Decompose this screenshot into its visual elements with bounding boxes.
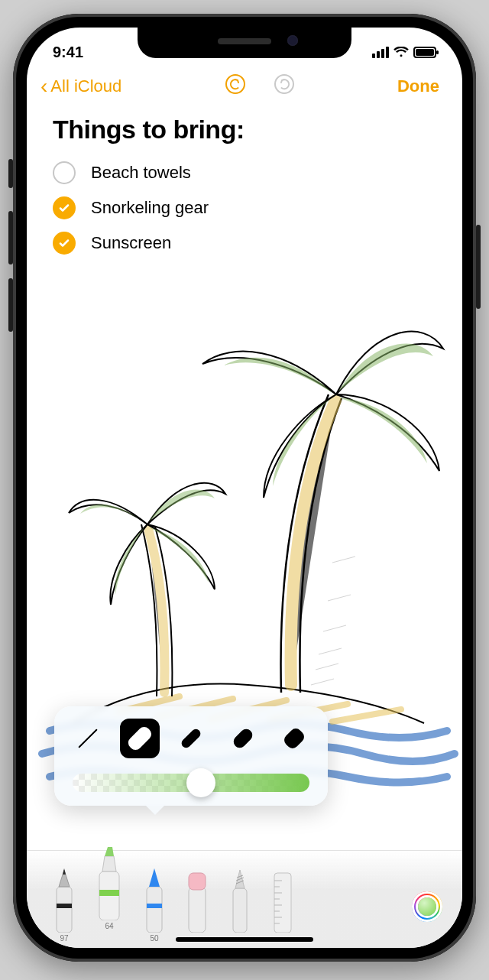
tool-eraser[interactable]: [180, 865, 215, 943]
svg-rect-6: [147, 887, 162, 933]
stroke-thickness-row: [68, 719, 314, 758]
volume-up: [8, 211, 13, 264]
tool-tray: 97 64 50: [27, 850, 462, 948]
slider-thumb[interactable]: [186, 768, 215, 797]
undo-button[interactable]: [225, 73, 246, 99]
notch: [138, 28, 351, 58]
tool-pencil[interactable]: 50: [137, 865, 172, 943]
home-indicator[interactable]: [176, 937, 313, 942]
tool-marker[interactable]: 64: [89, 845, 129, 931]
current-color-swatch: [418, 897, 436, 916]
note-content: Things to bring: Beach towels Snorkeling…: [27, 104, 462, 261]
svg-rect-9: [189, 873, 206, 890]
checklist-item-label: Sunscreen: [91, 233, 171, 253]
phone-frame: 9:41 ‹ All iCloud Do: [13, 14, 476, 962]
mute-switch: [8, 159, 13, 188]
stroke-level-5[interactable]: [274, 719, 314, 758]
battery-icon: [413, 47, 436, 58]
tool-label: 50: [150, 934, 158, 943]
svg-rect-7: [147, 904, 162, 908]
checkbox-unchecked-icon[interactable]: [53, 161, 76, 184]
svg-rect-3: [57, 904, 72, 908]
svg-point-1: [275, 75, 293, 93]
back-button[interactable]: ‹ All iCloud: [40, 76, 121, 97]
tool-label: 64: [105, 922, 113, 931]
checklist-item-label: Beach towels: [91, 163, 191, 183]
color-picker[interactable]: [412, 891, 442, 922]
note-title[interactable]: Things to bring:: [53, 115, 436, 144]
checklist-item-label: Snorkeling gear: [91, 198, 209, 218]
stroke-level-4[interactable]: [223, 719, 263, 758]
svg-rect-5: [99, 890, 119, 896]
stroke-thin[interactable]: [68, 719, 108, 758]
nav-bar: ‹ All iCloud Done: [27, 66, 462, 104]
tool-label: 97: [60, 934, 68, 943]
svg-rect-8: [189, 887, 206, 933]
checkbox-checked-icon[interactable]: [53, 196, 76, 219]
opacity-slider[interactable]: [68, 774, 314, 792]
tool-pen[interactable]: 97: [47, 865, 82, 943]
svg-rect-10: [233, 888, 247, 933]
back-label: All iCloud: [50, 76, 121, 96]
status-time: 9:41: [53, 44, 83, 61]
done-button[interactable]: Done: [397, 76, 439, 96]
stroke-level-3[interactable]: [171, 719, 211, 758]
checkbox-checked-icon[interactable]: [53, 232, 76, 255]
checklist-item[interactable]: Snorkeling gear: [53, 190, 436, 226]
tool-ruler[interactable]: [265, 865, 300, 943]
stroke-popover: [54, 706, 328, 806]
chevron-left-icon: ‹: [40, 76, 47, 97]
volume-down: [8, 278, 13, 332]
screen: 9:41 ‹ All iCloud Do: [27, 28, 462, 948]
cellular-icon: [372, 47, 389, 58]
checklist-item[interactable]: Beach towels: [53, 155, 436, 190]
tool-lasso[interactable]: [222, 865, 257, 943]
checklist-item[interactable]: Sunscreen: [53, 226, 436, 261]
power-button: [476, 225, 481, 309]
svg-rect-2: [57, 887, 72, 933]
svg-point-0: [226, 75, 244, 93]
stroke-level-2[interactable]: [120, 719, 160, 758]
redo-button: [274, 73, 295, 99]
wifi-icon: [393, 47, 409, 57]
